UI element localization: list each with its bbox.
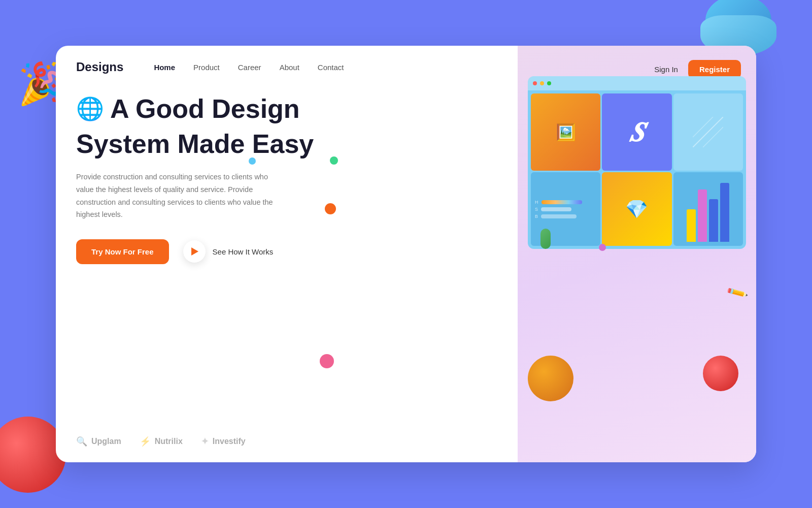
partner-nutrilix: ⚡ Nutrilix [140, 436, 183, 447]
browser-dot-red [533, 81, 537, 85]
partner-upglam: 🔍 Upglam [76, 436, 121, 447]
float-red-small-ball [703, 356, 738, 391]
col-bar-1 [687, 209, 696, 242]
svg-line-2 [693, 117, 713, 137]
navbar: Designs Home Product Career About Contac… [56, 46, 518, 74]
bar-row-1: H [535, 200, 582, 205]
partner-investify: ✦ Investify [201, 436, 246, 447]
left-panel: Designs Home Product Career About Contac… [56, 46, 518, 462]
dot-orange [325, 203, 336, 214]
cta-play-button[interactable]: See How It Works [183, 240, 274, 263]
nav-product[interactable]: Product [193, 63, 220, 72]
hero-title: 🌐 A Good Design System Made Easy [76, 94, 497, 158]
investify-label: Investify [213, 437, 246, 446]
nav-home[interactable]: Home [154, 63, 175, 72]
nutrilix-icon: ⚡ [140, 436, 151, 447]
svg-line-1 [703, 127, 723, 147]
bar-row-2: S [535, 207, 571, 212]
nutrilix-label: Nutrilix [155, 437, 183, 446]
grid-columns-cell [673, 172, 743, 246]
browser-topbar [528, 76, 746, 90]
upglam-icon: 🔍 [76, 436, 87, 447]
float-pink-dot [599, 244, 606, 251]
diagonal-lines-icon [693, 117, 723, 147]
col-bar-3 [709, 199, 718, 242]
grid-empty-cell [673, 93, 743, 171]
browser-grid: 🖼️ 𝑺 H [528, 90, 746, 249]
play-triangle-icon [191, 247, 198, 256]
browser-mockup: 🖼️ 𝑺 H [528, 76, 746, 249]
nav-links: Home Product Career About Contact [154, 63, 344, 72]
partners-section: 🔍 Upglam ⚡ Nutrilix ✦ Investify [56, 436, 518, 462]
hero-title-line2: System Made Easy [76, 130, 314, 158]
play-circle [183, 240, 206, 263]
hero-title-line1: A Good Design [110, 94, 300, 123]
dot-pink [320, 354, 334, 368]
float-dart-icon: ✏️ [725, 281, 749, 304]
main-card: Designs Home Product Career About Contac… [56, 46, 756, 462]
play-label: See How It Works [213, 247, 274, 256]
col-bar-2 [698, 189, 707, 242]
hero-section: 🌐 A Good Design System Made Easy Provide… [56, 74, 518, 436]
nav-about[interactable]: About [280, 63, 299, 72]
grid-s-cell: 𝑺 [602, 93, 671, 171]
logo: Designs [76, 60, 123, 74]
browser-dot-green [547, 81, 551, 85]
right-panel: Sign In Register 😊 ❤️ 🖼️ [518, 46, 756, 462]
float-cylinder [540, 229, 551, 249]
grid-diamond-cell: 💎 [602, 172, 671, 246]
hero-buttons: Try Now For Free See How It Works [76, 239, 497, 264]
investify-icon: ✦ [201, 436, 209, 447]
browser-dot-yellow [540, 81, 544, 85]
col-bar-4 [720, 183, 729, 242]
float-orange-ball [528, 356, 573, 401]
hero-description: Provide construction and consulting serv… [76, 171, 279, 221]
grid-image-cell: 🖼️ [531, 93, 600, 171]
nav-contact[interactable]: Contact [318, 63, 344, 72]
dot-blue-small [249, 157, 256, 165]
upglam-label: Upglam [91, 437, 121, 446]
planet-icon: 🌐 [76, 97, 104, 121]
dot-green [330, 156, 338, 165]
sign-in-button[interactable]: Sign In [654, 65, 678, 74]
bar-row-3: B [535, 214, 577, 219]
nav-career[interactable]: Career [238, 63, 261, 72]
cta-primary-button[interactable]: Try Now For Free [76, 239, 169, 264]
